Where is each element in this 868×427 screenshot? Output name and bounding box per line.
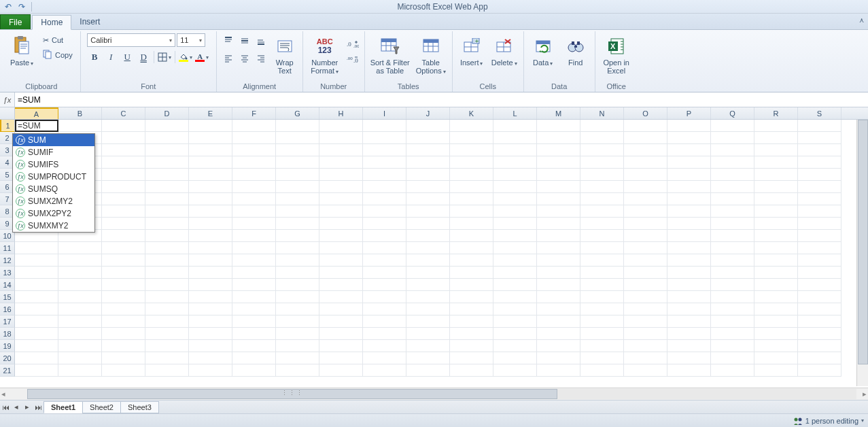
autocomplete-item-sumifs[interactable]: ƒxSUMIFS <box>13 158 94 171</box>
cell-M15[interactable] <box>537 291 580 303</box>
cell-S8[interactable] <box>798 205 841 218</box>
cell-I15[interactable] <box>363 291 406 303</box>
cell-K10[interactable] <box>450 230 493 242</box>
autocomplete-item-sumx2py2[interactable]: ƒxSUMX2PY2 <box>13 207 94 220</box>
column-header-D[interactable]: D <box>145 107 189 119</box>
cell-K8[interactable] <box>450 205 493 218</box>
cell-M17[interactable] <box>537 315 580 328</box>
cell-F12[interactable] <box>232 254 276 267</box>
row-header-11[interactable]: 11 <box>0 242 15 254</box>
cell-J6[interactable] <box>406 181 450 193</box>
cell-L13[interactable] <box>493 267 537 279</box>
cell-L17[interactable] <box>493 315 537 328</box>
cell-O9[interactable] <box>624 218 667 230</box>
cell-C3[interactable] <box>102 144 145 156</box>
cell-A17[interactable] <box>15 315 58 328</box>
cell-R7[interactable] <box>754 193 798 205</box>
cell-M14[interactable] <box>537 279 580 291</box>
cell-D3[interactable] <box>145 144 189 156</box>
cell-J21[interactable] <box>406 364 450 377</box>
cell-R19[interactable] <box>754 340 798 352</box>
row-header-1[interactable]: 1 <box>0 120 15 132</box>
cell-R6[interactable] <box>754 181 798 193</box>
cell-G12[interactable] <box>276 254 319 267</box>
cell-O4[interactable] <box>624 156 667 169</box>
cell-I7[interactable] <box>363 193 406 205</box>
cell-S18[interactable] <box>798 328 841 340</box>
cell-A11[interactable] <box>15 242 58 254</box>
cell-R17[interactable] <box>754 315 798 328</box>
cell-Q9[interactable] <box>711 218 754 230</box>
cell-D14[interactable] <box>145 279 189 291</box>
cell-K5[interactable] <box>450 169 493 181</box>
cell-D16[interactable] <box>145 303 189 315</box>
cell-F19[interactable] <box>232 340 276 352</box>
cell-C1[interactable] <box>102 120 145 132</box>
cell-A19[interactable] <box>15 340 58 352</box>
cell-E19[interactable] <box>189 340 232 352</box>
cell-J18[interactable] <box>406 328 450 340</box>
cell-K1[interactable] <box>450 120 493 132</box>
cell-J15[interactable] <box>406 291 450 303</box>
cell-A13[interactable] <box>15 267 58 279</box>
cell-M3[interactable] <box>537 144 580 156</box>
cell-O21[interactable] <box>624 364 667 377</box>
cell-E8[interactable] <box>189 205 232 218</box>
autocomplete-item-sum[interactable]: ƒxSUM <box>13 134 94 146</box>
cell-I13[interactable] <box>363 267 406 279</box>
cell-G9[interactable] <box>276 218 319 230</box>
cell-G18[interactable] <box>276 328 319 340</box>
insert-cells-button[interactable]: ＋ Insert <box>457 33 487 81</box>
cell-A16[interactable] <box>15 303 58 315</box>
cell-F4[interactable] <box>232 156 276 169</box>
cell-P14[interactable] <box>667 279 711 291</box>
cell-Q16[interactable] <box>711 303 754 315</box>
cell-N13[interactable] <box>580 267 624 279</box>
cell-K6[interactable] <box>450 181 493 193</box>
cell-S21[interactable] <box>798 364 841 377</box>
cell-S3[interactable] <box>798 144 841 156</box>
column-header-J[interactable]: J <box>406 107 450 119</box>
column-header-O[interactable]: O <box>624 107 667 119</box>
cell-D13[interactable] <box>145 267 189 279</box>
cell-F14[interactable] <box>232 279 276 291</box>
column-header-M[interactable]: M <box>537 107 580 119</box>
cell-J4[interactable] <box>406 156 450 169</box>
cell-S5[interactable] <box>798 169 841 181</box>
cell-O11[interactable] <box>624 242 667 254</box>
cell-E11[interactable] <box>189 242 232 254</box>
cell-J16[interactable] <box>406 303 450 315</box>
cell-G8[interactable] <box>276 205 319 218</box>
row-header-17[interactable]: 17 <box>0 315 15 328</box>
cell-L10[interactable] <box>493 230 537 242</box>
horizontal-scrollbar[interactable]: ⋮⋮⋮ <box>27 389 856 399</box>
column-header-C[interactable]: C <box>102 107 145 119</box>
increase-decimal-button[interactable]: .0.00 <box>345 37 360 51</box>
sheet-nav-prev[interactable]: ◂ <box>11 402 22 413</box>
cell-A14[interactable] <box>15 279 58 291</box>
cell-P16[interactable] <box>667 303 711 315</box>
scroll-right-button[interactable]: ▸ <box>861 390 868 398</box>
align-top-button[interactable] <box>221 34 236 48</box>
cell-P1[interactable] <box>667 120 711 132</box>
cell-Q20[interactable] <box>711 352 754 364</box>
cell-M11[interactable] <box>537 242 580 254</box>
cell-G17[interactable] <box>276 315 319 328</box>
cell-B14[interactable] <box>58 279 102 291</box>
cell-P20[interactable] <box>667 352 711 364</box>
cell-R11[interactable] <box>754 242 798 254</box>
vertical-scroll-thumb[interactable] <box>858 120 868 364</box>
cell-J8[interactable] <box>406 205 450 218</box>
cell-D12[interactable] <box>145 254 189 267</box>
cell-R5[interactable] <box>754 169 798 181</box>
cell-N3[interactable] <box>580 144 624 156</box>
cell-D10[interactable] <box>145 230 189 242</box>
cell-P18[interactable] <box>667 328 711 340</box>
cell-S1[interactable] <box>798 120 841 132</box>
cell-P19[interactable] <box>667 340 711 352</box>
cell-H10[interactable] <box>319 230 363 242</box>
cell-P6[interactable] <box>667 181 711 193</box>
cell-Q1[interactable] <box>711 120 754 132</box>
cell-K4[interactable] <box>450 156 493 169</box>
cell-J14[interactable] <box>406 279 450 291</box>
